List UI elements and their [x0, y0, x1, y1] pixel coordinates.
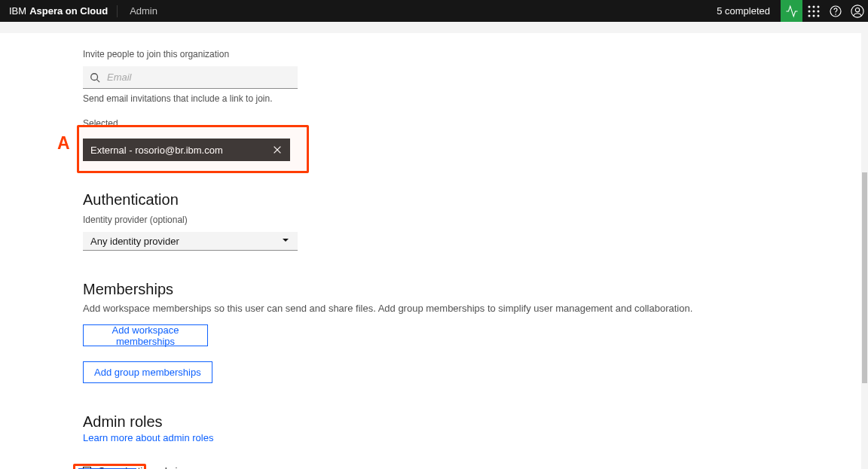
svg-point-8 [817, 14, 819, 17]
svg-point-12 [855, 8, 859, 11]
authentication-heading: Authentication [83, 191, 861, 209]
svg-point-2 [817, 5, 819, 8]
user-menu-button[interactable] [846, 0, 868, 22]
activity-icon [785, 5, 799, 18]
user-avatar-icon [851, 5, 864, 18]
help-icon [830, 5, 842, 17]
svg-point-6 [808, 14, 810, 17]
idp-label: Identity provider (optional) [83, 215, 861, 225]
close-icon [272, 145, 283, 155]
vertical-scrollbar-thumb[interactable] [862, 172, 867, 383]
brand-name: Aspera on Cloud [29, 5, 108, 17]
idp-value: Any identity provider [90, 236, 179, 247]
svg-point-5 [817, 10, 819, 12]
add-workspace-memberships-button[interactable]: Add workspace memberships [83, 324, 208, 346]
svg-point-0 [808, 5, 810, 8]
selected-label: Selected [83, 118, 861, 129]
app-switcher-icon [808, 5, 820, 17]
svg-point-10 [835, 14, 836, 15]
header-divider [117, 5, 118, 17]
main-content: Invite people to join this organization … [0, 33, 861, 469]
header-shelf [0, 22, 868, 33]
org-admin-row[interactable]: Organization admin [83, 465, 861, 469]
svg-point-3 [808, 10, 810, 12]
selected-user-chip: External - rosorio@br.ibm.com [83, 139, 290, 161]
global-header: IBM Aspera on Cloud Admin 5 completed [0, 0, 868, 22]
vertical-scrollbar-track[interactable] [861, 22, 868, 469]
svg-line-14 [97, 79, 100, 82]
app-switcher-button[interactable] [802, 0, 824, 22]
invite-helper: Send email invitations that include a li… [83, 93, 861, 104]
svg-point-1 [812, 5, 815, 8]
invite-label: Invite people to join this organization [83, 49, 861, 59]
chevron-down-icon [281, 236, 290, 247]
admin-roles-heading: Admin roles [83, 413, 861, 431]
help-button[interactable] [824, 0, 846, 22]
memberships-heading: Memberships [83, 281, 861, 298]
svg-point-7 [812, 14, 815, 17]
add-group-memberships-button[interactable]: Add group memberships [83, 361, 212, 383]
svg-point-4 [812, 10, 815, 12]
learn-more-admin-roles-link[interactable]: Learn more about admin roles [83, 432, 213, 443]
idp-dropdown[interactable]: Any identity provider [83, 232, 298, 251]
svg-point-13 [91, 73, 98, 80]
activity-button[interactable] [781, 0, 802, 22]
chip-text: External - rosorio@br.ibm.com [90, 145, 223, 156]
brand-prefix: IBM [9, 5, 26, 17]
brand[interactable]: IBM Aspera on Cloud [0, 5, 117, 17]
memberships-description: Add workspace memberships so this user c… [83, 303, 861, 314]
invite-email-field[interactable] [83, 66, 298, 89]
invite-email-input[interactable] [107, 72, 298, 83]
onboarding-progress[interactable]: 5 completed [706, 0, 781, 22]
search-icon [90, 72, 100, 83]
app-title[interactable]: Admin [121, 5, 167, 17]
callout-a-label: A [57, 133, 70, 154]
chip-remove-button[interactable] [272, 145, 283, 155]
